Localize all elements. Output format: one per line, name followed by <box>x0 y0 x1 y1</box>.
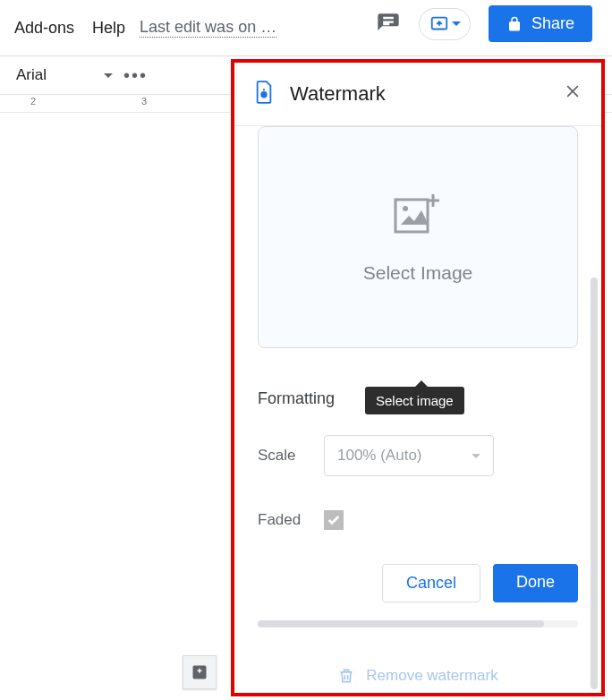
menu-addons[interactable]: Add-ons <box>5 15 83 41</box>
ruler-mark-3: 3 <box>141 96 147 107</box>
remove-watermark-button[interactable]: Remove watermark <box>234 656 601 693</box>
select-image-tooltip: Select image <box>365 387 464 414</box>
scale-select[interactable]: 100% (Auto) <box>324 435 494 476</box>
add-image-icon <box>392 191 444 239</box>
share-label: Share <box>531 14 574 33</box>
select-image-label: Select Image <box>363 262 473 284</box>
cancel-button[interactable]: Cancel <box>382 564 480 602</box>
last-edit-link[interactable]: Last edit was on … <box>140 18 276 38</box>
share-button[interactable]: Share <box>489 5 592 42</box>
menu-help[interactable]: Help <box>83 15 134 41</box>
ruler-mark-2: 2 <box>30 96 36 107</box>
trash-icon <box>337 666 355 686</box>
scrollbar-thumb[interactable] <box>258 620 544 627</box>
comment-history-icon[interactable] <box>376 12 401 37</box>
caret-down-icon <box>472 454 480 458</box>
present-button[interactable] <box>419 8 471 40</box>
font-family-select[interactable]: Arial <box>16 66 113 84</box>
select-image-area[interactable]: Select Image <box>258 126 578 348</box>
panel-title: Watermark <box>290 82 548 106</box>
close-icon[interactable] <box>564 82 582 106</box>
present-caret-icon <box>452 21 461 26</box>
font-family-label: Arial <box>16 66 47 84</box>
svg-point-1 <box>260 91 267 98</box>
scale-value: 100% (Auto) <box>337 447 422 465</box>
explore-button[interactable] <box>183 655 217 689</box>
watermark-page-icon <box>254 81 274 107</box>
document-area[interactable] <box>0 113 231 700</box>
done-button[interactable]: Done <box>493 564 578 602</box>
panel-vertical-scrollbar[interactable] <box>591 277 598 689</box>
lock-icon <box>506 16 523 32</box>
scale-label: Scale <box>258 447 324 465</box>
faded-label: Faded <box>258 511 324 529</box>
faded-checkbox[interactable] <box>324 510 344 530</box>
toolbar-more-icon[interactable]: ••• <box>123 65 148 86</box>
svg-point-2 <box>403 206 408 211</box>
watermark-panel: Watermark Select Image Formatting Scale … <box>231 59 605 696</box>
caret-down-icon <box>104 73 113 78</box>
remove-watermark-label: Remove watermark <box>366 667 497 685</box>
panel-horizontal-scrollbar[interactable] <box>258 620 578 627</box>
